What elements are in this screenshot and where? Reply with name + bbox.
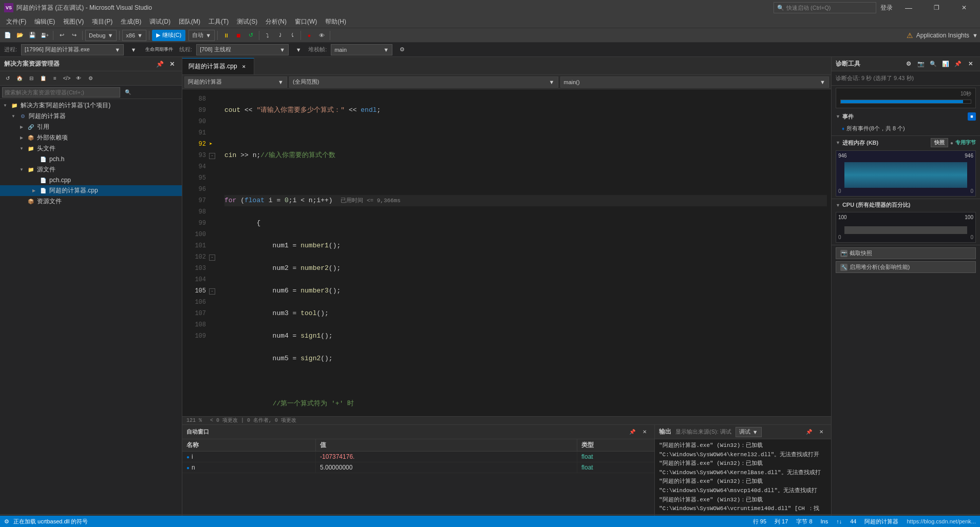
se-home-btn[interactable]: 🏠 (14, 73, 25, 84)
auto-dropdown[interactable]: 自动 ▼ (189, 30, 215, 41)
diag-settings-icon[interactable]: ⚙ (903, 58, 914, 70)
breakpoint-btn[interactable]: ● (304, 30, 315, 41)
menu-test[interactable]: 测试(S) (233, 15, 261, 28)
tree-resources[interactable]: 📦 资源文件 (0, 196, 182, 207)
heap-analysis-btn[interactable]: 🔧 启用堆分析(会影响性能) (836, 261, 976, 273)
open-btn[interactable]: 📂 (14, 30, 26, 41)
quick-launch-text[interactable]: 快速启动 (Ctrl+Q) (786, 4, 831, 12)
save-btn[interactable]: 💾 (27, 30, 38, 41)
se-refresh-btn[interactable]: ↺ (2, 73, 13, 84)
code-editor[interactable]: 88 89 90 91 92 93 94 95 96 97 98 99 100 … (182, 89, 831, 424)
diag-camera-icon[interactable]: 📷 (915, 58, 927, 70)
menu-project[interactable]: 项目(P) (88, 15, 117, 28)
step-out-btn[interactable]: ⤹ (287, 30, 298, 41)
continue-btn[interactable]: ▶ 继续(C) (152, 30, 185, 41)
close-btn[interactable]: ✕ (952, 0, 976, 15)
maximize-btn[interactable]: ❐ (925, 0, 948, 15)
restart-btn[interactable]: ↺ (245, 30, 256, 41)
redo-btn[interactable]: ↪ (68, 30, 80, 41)
tree-headers[interactable]: ▼ 📁 头文件 (0, 143, 182, 154)
stop-btn[interactable]: ⏹ (233, 30, 244, 41)
all-events-item[interactable]: ♦ 所有事件(8个，共 8 个) (842, 124, 976, 133)
function-nav-dropdown[interactable]: main() ▼ (560, 76, 830, 88)
scope-nav-dropdown[interactable]: (全局范围) ▼ (289, 76, 558, 88)
new-file-btn[interactable]: 📄 (2, 30, 13, 41)
se-props-btn[interactable]: 📋 (37, 73, 49, 84)
menu-build[interactable]: 生成(B) (117, 15, 145, 28)
diag-search-icon[interactable]: 🔍 (928, 58, 939, 70)
line-info[interactable]: 行 95 (753, 518, 766, 525)
minimize-btn[interactable]: — (897, 0, 920, 15)
menu-team[interactable]: 团队(M) (175, 15, 204, 28)
se-search-btn[interactable]: 🔍 (122, 87, 134, 98)
tree-solution[interactable]: ▼ 📁 解决方案'阿超的计算器'(1个项目) (0, 100, 182, 111)
snapshot-btn-label[interactable]: 快照 (931, 138, 948, 147)
tree-pch-h[interactable]: 📄 pch.h (0, 154, 182, 164)
tree-project[interactable]: ▼ ⚙ 阿超的计算器 (0, 111, 182, 122)
se-filter-btn[interactable]: ≡ (49, 73, 61, 84)
code-text[interactable]: cout << "请输入你需要多少个算式：" << endl; cin >> n… (220, 89, 831, 416)
debug-mode-dropdown[interactable]: Debug ▼ (85, 30, 117, 41)
insights-dropdown-icon[interactable]: ▼ (972, 32, 978, 38)
tree-main-cpp[interactable]: ▶ 📄 阿超的计算器.cpp (0, 185, 182, 196)
undo-btn[interactable]: ↩ (56, 30, 67, 41)
filter-btn2[interactable]: ▼ (293, 44, 304, 55)
stack-dropdown[interactable]: main ▼ (331, 44, 392, 55)
tab-close-btn[interactable]: ✕ (240, 63, 248, 70)
diag-close-btn[interactable]: ✕ (965, 58, 976, 70)
menu-tools[interactable]: 工具(T) (204, 15, 233, 28)
project-nav-dropdown[interactable]: 阿超的计算器 ▼ (184, 76, 287, 88)
auto-row-n[interactable]: ● n 5.00000000 float (182, 462, 654, 473)
filter-btn[interactable]: ▼ (128, 44, 139, 55)
tree-pch-cpp[interactable]: 📄 pch.cpp (0, 175, 182, 185)
se-pin-btn[interactable]: 📌 (154, 58, 165, 70)
fold-icon-102[interactable]: - (209, 255, 215, 261)
auto-close-btn[interactable]: ✕ (639, 426, 650, 438)
output-source-dropdown[interactable]: 调试 ▼ (736, 427, 762, 437)
events-icon[interactable]: ■ (968, 112, 976, 121)
events-header[interactable]: ▼ 事件 ■ (832, 110, 980, 123)
tree-sources[interactable]: ▼ 📁 源文件 (0, 164, 182, 175)
se-close-btn[interactable]: ✕ (166, 58, 178, 70)
menu-file[interactable]: 文件(F) (2, 15, 30, 28)
diag-pin-btn[interactable]: 📌 (952, 58, 964, 70)
blog-link[interactable]: https://blog.csdn.net/penk... (907, 518, 976, 524)
menu-analyze[interactable]: 分析(N) (261, 15, 291, 28)
application-insights-label[interactable]: Application Insights (916, 32, 969, 39)
output-close-btn[interactable]: ✕ (816, 426, 827, 438)
save-all-btn[interactable]: 💾+ (39, 30, 50, 41)
menu-help[interactable]: 帮助(H) (321, 15, 350, 28)
zoom-level[interactable]: 121 % (186, 417, 202, 424)
thread-dropdown[interactable]: [708] 主线程 ▼ (196, 44, 289, 55)
se-view-btn[interactable]: 👁 (73, 73, 84, 84)
login-btn[interactable]: 登录 (880, 4, 893, 12)
se-collapse-btn[interactable]: ⊟ (26, 73, 37, 84)
step-over-btn[interactable]: ⤵ (262, 30, 273, 41)
col-info[interactable]: 列 17 (775, 518, 788, 525)
snapshot-action-btn[interactable]: 📷 截取快照 (836, 247, 976, 259)
menu-edit[interactable]: 编辑(E) (30, 15, 59, 28)
step-into-btn[interactable]: ⤸ (274, 30, 286, 41)
menu-debug[interactable]: 调试(D) (145, 15, 175, 28)
process-dropdown[interactable]: [17996] 阿超的计算器.exe ▼ (21, 44, 124, 55)
fold-icon-93[interactable]: - (209, 153, 215, 159)
diag-chart-icon[interactable]: 📊 (940, 58, 951, 70)
auto-pin-btn[interactable]: 📌 (627, 426, 638, 438)
se-code-btn[interactable]: </> (61, 73, 72, 84)
platform-dropdown[interactable]: x86 ▼ (122, 30, 146, 41)
tree-references[interactable]: ▶ 🔗 引用 (0, 122, 182, 132)
se-settings-btn[interactable]: ⚙ (85, 73, 96, 84)
menu-window[interactable]: 窗口(W) (291, 15, 321, 28)
watch-btn[interactable]: 👁 (316, 30, 327, 41)
cpu-header[interactable]: ▼ CPU (所有处理器的百分比) (832, 199, 980, 211)
pause-btn[interactable]: ⏸ (220, 30, 232, 41)
se-search-input[interactable] (2, 87, 120, 97)
output-content[interactable]: "阿超的计算器.exe" (Win32)：已加载 "C:\Windows\Sys… (655, 439, 831, 514)
filter-btn3[interactable]: ⚙ (397, 44, 408, 55)
auto-row-i[interactable]: ● i -107374176. float (182, 452, 654, 462)
menu-view[interactable]: 视图(V) (59, 15, 88, 28)
memory-header[interactable]: ▼ 进程内存 (KB) 快照 ● 专用字节 (832, 136, 980, 149)
active-tab[interactable]: 阿超的计算器.cpp ✕ (182, 58, 254, 74)
output-pin-btn[interactable]: 📌 (803, 426, 815, 438)
lifetime-btn[interactable]: 生命周期事件 (143, 44, 175, 55)
